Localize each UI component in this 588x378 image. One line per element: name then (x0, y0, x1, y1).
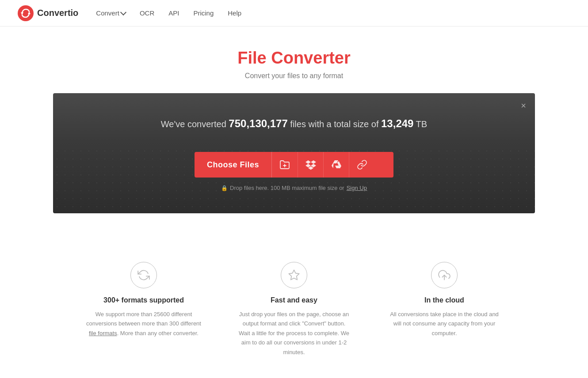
drop-hint: 🔒 Drop files here. 100 MB maximum file s… (221, 185, 367, 191)
nav-convert-label: Convert (96, 9, 119, 17)
nav-item-ocr[interactable]: OCR (140, 9, 154, 17)
nav-convert-link[interactable]: Convert (96, 9, 126, 17)
cloud-icon-circle (431, 262, 458, 288)
sign-up-link[interactable]: Sign Up (347, 185, 367, 191)
logo-icon (18, 5, 34, 21)
dropbox-icon (305, 159, 316, 170)
url-link-icon-btn[interactable] (349, 152, 374, 178)
formats-icon-circle (130, 262, 157, 288)
refresh-icon (137, 269, 150, 281)
choose-files-button[interactable]: Choose Files (195, 152, 393, 178)
stats-row: We've converted 750,130,177 files with a… (53, 93, 535, 147)
file-formats-link[interactable]: file formats (89, 330, 117, 336)
hero-subtitle: Convert your files to any format (9, 72, 579, 80)
nav-links: Convert OCR API Pricing Help (96, 9, 241, 17)
nav-api-link[interactable]: API (168, 9, 179, 17)
stats-count: 750,130,177 (229, 117, 287, 129)
logo-text: Convertio (37, 8, 78, 18)
star-icon (288, 269, 300, 281)
feature-fast: Fast and easy Just drop your files on th… (237, 262, 351, 357)
nav-pricing-link[interactable]: Pricing (193, 9, 214, 17)
logo-link[interactable]: Convertio (18, 5, 78, 21)
nav-item-api[interactable]: API (168, 9, 179, 17)
stats-suffix: TB (413, 119, 427, 129)
cloud-desc: All conversions take place in the cloud … (387, 310, 502, 338)
chevron-down-icon (120, 9, 126, 15)
cloud-title: In the cloud (387, 296, 502, 304)
drop-hint-text: Drop files here. 100 MB maximum file siz… (230, 185, 344, 191)
formats-desc: We support more than 25600 different con… (86, 310, 201, 338)
nav-ocr-link[interactable]: OCR (140, 9, 154, 17)
fast-desc: Just drop your files on the page, choose… (237, 310, 351, 357)
dropbox-icon-btn[interactable] (298, 152, 323, 178)
stats-size: 13,249 (381, 117, 413, 129)
feature-cloud: In the cloud All conversions take place … (387, 262, 502, 357)
stats-middle: files with a total size of (288, 119, 381, 129)
file-source-icons (271, 152, 374, 178)
feature-formats: 300+ formats supported We support more t… (86, 262, 201, 357)
svg-point-0 (18, 5, 34, 21)
nav-help-link[interactable]: Help (228, 9, 241, 17)
choose-files-label: Choose Files (195, 160, 271, 170)
google-drive-icon (331, 159, 342, 170)
cloud-upload-icon (438, 269, 451, 281)
google-drive-icon-btn[interactable] (323, 152, 349, 178)
nav-item-help[interactable]: Help (228, 9, 241, 17)
svg-marker-5 (289, 270, 299, 280)
converter-box: × We've converted 750,130,177 files with… (53, 93, 535, 213)
link-icon (357, 159, 367, 170)
page-title: File Converter (9, 49, 579, 68)
nav-item-pricing[interactable]: Pricing (193, 9, 214, 17)
fast-icon-circle (281, 262, 307, 288)
features-section: 300+ formats supported We support more t… (0, 240, 588, 378)
nav-item-convert[interactable]: Convert (96, 9, 126, 17)
folder-icon (279, 159, 290, 170)
hero-section: File Converter Convert your files to any… (0, 26, 588, 93)
stats-prefix: We've converted (161, 119, 229, 129)
upload-area: Choose Files (53, 147, 535, 213)
fast-title: Fast and easy (237, 296, 351, 304)
formats-title: 300+ formats supported (86, 296, 201, 304)
local-file-icon[interactable] (272, 152, 298, 178)
lock-icon: 🔒 (221, 185, 228, 191)
navbar: Convertio Convert OCR API Pricing Help (0, 0, 588, 26)
